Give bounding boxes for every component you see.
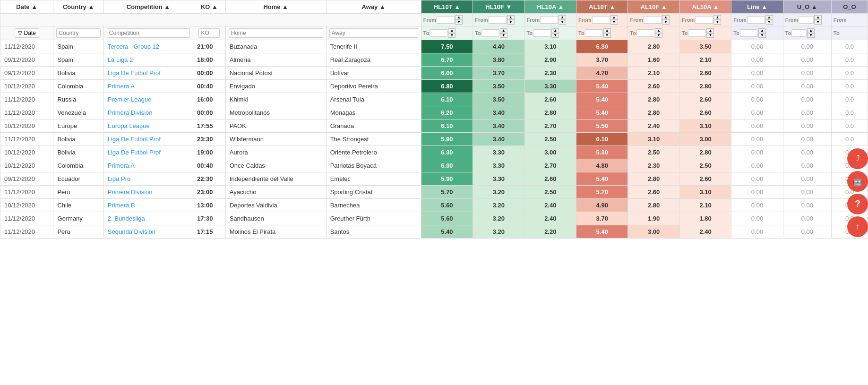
from-al10t-down[interactable]: ▼ [610,20,618,25]
from-hl10a-up[interactable]: ▲ [559,15,566,20]
competition-link[interactable]: Liga De Futbol Prof [108,149,161,156]
to-line-down[interactable]: ▼ [758,33,766,38]
to-uo-input[interactable] [791,29,807,37]
to-al10a-up[interactable]: ▲ [706,28,714,33]
from-hl10f-input[interactable] [489,16,507,24]
competition-link[interactable]: Primera B [108,202,135,209]
cell-ko: 00:40 [193,80,226,93]
from-line-down[interactable]: ▼ [765,20,773,25]
to-hl10t-input[interactable] [430,29,447,37]
cell-oo: 0.0 [832,120,868,133]
col-hl10t[interactable]: HL10T ▲ [421,0,473,14]
to-al10t-up[interactable]: ▲ [603,28,611,33]
from-hl10a-input[interactable] [540,16,558,24]
from-hl10f: From ▲ ▼ [473,14,524,26]
to-uo-down[interactable]: ▼ [807,33,815,38]
away-filter-input[interactable] [329,28,418,38]
from-hl10t-down[interactable]: ▼ [455,20,463,25]
competition-filter-input[interactable] [107,28,190,38]
cell-hl10a: 3.00 [524,146,576,159]
to-al10t-down[interactable]: ▼ [603,33,611,38]
cell-al10f: 2.40 [628,120,679,133]
from-line-input[interactable] [747,16,765,24]
competition-link[interactable]: Tercera - Group 12 [108,43,159,50]
competition-link[interactable]: 2. Bundesliga [108,215,145,222]
col-al10t[interactable]: AL10T ▲ [576,0,628,14]
competition-link[interactable]: Primera Division [108,109,153,116]
from-al10a-down[interactable]: ▼ [713,20,721,25]
from-line-up[interactable]: ▲ [765,15,773,20]
col-line[interactable]: Line ▲ [731,0,783,14]
from-hl10f-down[interactable]: ▼ [507,20,515,25]
cell-al10a: 2.50 [679,159,731,172]
to-hl10t-up[interactable]: ▲ [448,28,455,33]
col-home[interactable]: Home ▲ [225,0,326,14]
col-date[interactable]: Date ▲ [0,0,53,14]
col-country[interactable]: Country ▲ [53,0,103,14]
competition-link[interactable]: Primera A [108,83,135,90]
to-hl10f-input[interactable] [481,29,499,37]
help-button[interactable]: ? [847,194,868,214]
competition-link[interactable]: Europa League [108,122,150,129]
from-al10f-input[interactable] [644,16,662,24]
cell-competition: Europa League [103,120,193,133]
from-uo-up[interactable]: ▲ [814,15,822,20]
from-al10a-up[interactable]: ▲ [713,15,721,20]
col-hl10a[interactable]: HL10A ▲ [524,0,576,14]
from-hl10t-input[interactable] [437,16,455,24]
share-button[interactable]: ⤴ [847,148,868,169]
date-filter-btn[interactable]: ▽ Date [15,28,39,38]
ko-filter-input[interactable] [198,28,220,38]
to-hl10f-up[interactable]: ▲ [500,28,507,33]
from-al10a-input[interactable] [695,16,713,24]
from-hl10t-up[interactable]: ▲ [455,15,463,20]
from-uo-down[interactable]: ▼ [814,20,822,25]
country-filter-input[interactable] [56,28,100,38]
to-al10f-input[interactable] [636,29,654,37]
android-button[interactable]: 🤖 [847,171,868,192]
col-al10f[interactable]: AL10F ▲ [628,0,679,14]
from-al10t-up[interactable]: ▲ [610,15,618,20]
col-away[interactable]: Away ▲ [326,0,421,14]
to-al10a-input[interactable] [688,29,706,37]
to-hl10a-up[interactable]: ▲ [551,28,559,33]
to-al10f-down[interactable]: ▼ [655,33,662,38]
competition-link[interactable]: Liga Pro [108,175,130,182]
to-line-up[interactable]: ▲ [758,28,766,33]
competition-link[interactable]: Liga De Futbol Prof [108,136,161,143]
to-al10f-up[interactable]: ▲ [655,28,662,33]
share-icon: ⤴ [856,154,860,163]
competition-link[interactable]: La Liga 2 [108,56,133,63]
competition-link[interactable]: Liga De Futbol Prof [108,69,161,77]
to-hl10t-down[interactable]: ▼ [448,33,455,38]
cell-uo: 0.00 [783,186,831,199]
col-hl10f[interactable]: HL10F ▼ [473,0,524,14]
col-al10a[interactable]: AL10A ▲ [679,0,731,14]
scroll-up-button[interactable]: ↑ [847,216,868,237]
col-uo[interactable]: U_O ▲ [783,0,831,14]
to-al10t-input[interactable] [585,29,603,37]
from-hl10a-down[interactable]: ▼ [559,20,566,25]
from-al10t-input[interactable] [592,16,610,24]
to-al10a-down[interactable]: ▼ [706,33,714,38]
cell-date: 11/12/2020 [0,225,53,239]
to-uo-up[interactable]: ▲ [807,28,815,33]
to-line-input[interactable] [740,29,758,37]
from-al10f-up[interactable]: ▲ [662,15,670,20]
col-oo[interactable]: O_O [832,0,868,14]
cell-date: 11/12/2020 [0,106,53,120]
home-filter-input[interactable] [229,28,323,38]
to-hl10f-down[interactable]: ▼ [500,33,507,38]
competition-link[interactable]: Segunda Division [108,228,155,235]
to-hl10a-down[interactable]: ▼ [551,33,559,38]
from-al10f-down[interactable]: ▼ [662,20,670,25]
col-competition[interactable]: Competition ▲ [103,0,193,14]
from-hl10f-up[interactable]: ▲ [507,15,515,20]
col-ko[interactable]: KO ▲ [193,0,226,14]
competition-link[interactable]: Primera A [108,162,135,169]
cell-date: 09/12/2020 [0,53,53,67]
from-uo-input[interactable] [799,16,814,24]
competition-link[interactable]: Primera Division [108,188,153,196]
to-hl10a-input[interactable] [533,29,551,37]
competition-link[interactable]: Premier League [108,96,152,103]
